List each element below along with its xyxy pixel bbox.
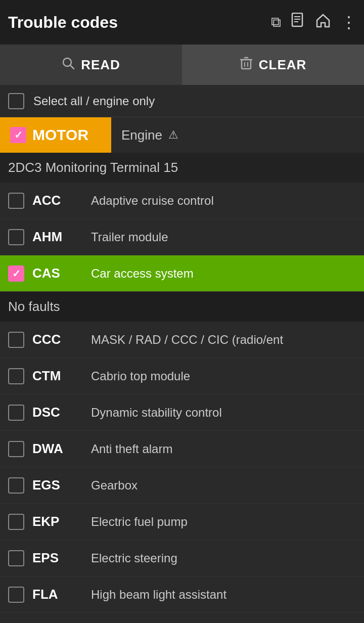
dsc-code: DSC [32, 405, 83, 420]
module-item-fla[interactable]: FLA High beam light assistant [0, 576, 364, 613]
module-item-eps[interactable]: EPS Electric steering [0, 540, 364, 576]
trash-icon [240, 57, 253, 73]
svg-rect-6 [242, 60, 251, 69]
eps-checkbox[interactable] [8, 550, 24, 566]
acc-desc: Adaptive cruise control [91, 194, 356, 208]
document-icon[interactable] [291, 13, 305, 32]
read-button[interactable]: READ [0, 45, 182, 85]
ahm-checkbox[interactable] [8, 229, 24, 245]
ahm-code: AHM [32, 229, 83, 245]
no-faults-banner: No faults [0, 292, 364, 322]
module-item-acc[interactable]: ACC Adaptive cruise control [0, 183, 364, 219]
ekp-desc: Electric fuel pump [91, 515, 356, 529]
ekp-code: EKP [32, 514, 83, 529]
module-item-ccc[interactable]: CCC MASK / RAD / CCC / CIC (radio/ent [0, 322, 364, 358]
search-icon [62, 57, 75, 73]
egs-code: EGS [32, 477, 83, 493]
module-list-1: ACC Adaptive cruise control AHM Trailer … [0, 183, 364, 292]
ccc-desc: MASK / RAD / CCC / CIC (radio/ent [91, 333, 356, 347]
motor-header: MOTOR Engine ⚠ [0, 117, 364, 153]
ctm-desc: Cabrio top module [91, 369, 356, 383]
home-icon[interactable] [315, 13, 331, 32]
header-icons: ⧉ ⋮ [271, 13, 356, 32]
no-faults-text: No faults [8, 299, 60, 314]
module-item-cas[interactable]: CAS Car access system [0, 255, 364, 292]
subtitle-text: 2DC3 Monitoring Terminal 15 [8, 160, 178, 175]
egs-checkbox[interactable] [8, 477, 24, 494]
ccc-checkbox[interactable] [8, 332, 24, 348]
cas-code: CAS [32, 265, 83, 281]
motor-checkbox[interactable] [10, 127, 26, 143]
module-list-2: CCC MASK / RAD / CCC / CIC (radio/ent CT… [0, 322, 364, 623]
egs-desc: Gearbox [91, 478, 356, 493]
cas-checkbox[interactable] [8, 265, 24, 282]
dsc-checkbox[interactable] [8, 405, 24, 421]
ekp-checkbox[interactable] [8, 514, 24, 530]
eps-desc: Electric steering [91, 551, 356, 565]
read-label: READ [81, 57, 120, 73]
cas-desc: Car access system [91, 266, 356, 281]
page-title: Trouble codes [8, 13, 271, 32]
module-item-ctm[interactable]: CTM Cabrio top module [0, 358, 364, 394]
module-item-frm[interactable]: FRM Footwell module (lights) [0, 613, 364, 623]
module-item-dsc[interactable]: DSC Dynamic stability control [0, 394, 364, 431]
acc-checkbox[interactable] [8, 193, 24, 209]
select-all-label: Select all / engine only [33, 94, 155, 108]
motor-label[interactable]: MOTOR [0, 117, 111, 153]
header: Trouble codes ⧉ ⋮ [0, 0, 364, 45]
dwa-code: DWA [32, 441, 83, 457]
motor-section: MOTOR Engine ⚠ [0, 117, 364, 153]
ahm-desc: Trailer module [91, 230, 356, 244]
eps-code: EPS [32, 550, 83, 566]
fla-code: FLA [32, 587, 83, 602]
copy-icon[interactable]: ⧉ [271, 14, 281, 31]
motor-text: MOTOR [32, 126, 88, 144]
engine-label: Engine [121, 127, 162, 143]
module-item-egs[interactable]: EGS Gearbox [0, 467, 364, 504]
select-all-row[interactable]: Select all / engine only [0, 85, 364, 117]
module-item-ahm[interactable]: AHM Trailer module [0, 219, 364, 255]
clear-button[interactable]: CLEAR [182, 45, 364, 85]
subtitle-row: 2DC3 Monitoring Terminal 15 [0, 153, 364, 183]
dwa-checkbox[interactable] [8, 441, 24, 457]
ctm-checkbox[interactable] [8, 368, 24, 384]
fla-checkbox[interactable] [8, 587, 24, 603]
svg-line-5 [70, 65, 74, 69]
clear-label: CLEAR [259, 57, 307, 73]
module-item-dwa[interactable]: DWA Anti theft alarm [0, 431, 364, 467]
dwa-desc: Anti theft alarm [91, 442, 356, 456]
motor-sub: Engine ⚠ [111, 127, 178, 143]
module-item-ekp[interactable]: EKP Electric fuel pump [0, 504, 364, 540]
more-options-icon[interactable]: ⋮ [341, 13, 356, 32]
warning-icon: ⚠ [168, 128, 178, 142]
ccc-code: CCC [32, 332, 83, 347]
acc-code: ACC [32, 193, 83, 208]
select-all-checkbox[interactable] [8, 93, 24, 109]
dsc-desc: Dynamic stability control [91, 406, 356, 420]
action-bar: READ CLEAR [0, 45, 364, 85]
ctm-code: CTM [32, 368, 83, 384]
fla-desc: High beam light assistant [91, 588, 356, 602]
